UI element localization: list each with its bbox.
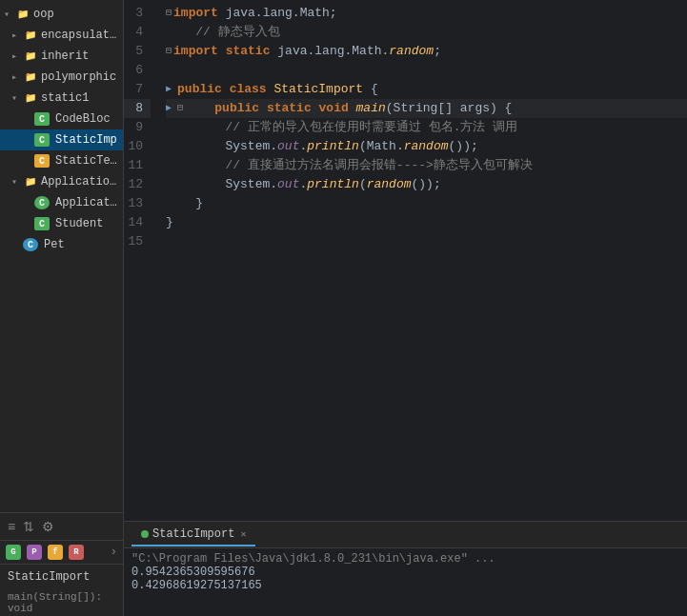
toolbar-settings-btn[interactable]: ⚙ xyxy=(40,517,56,536)
mth-random-10: random xyxy=(404,137,449,156)
student-label: Student xyxy=(55,217,103,230)
line-num-9: 9 xyxy=(124,118,151,137)
sidebar-item-statictest[interactable]: C StaticTest xyxy=(0,150,123,171)
sidebar-method-name: main(String[]): void xyxy=(8,591,102,614)
code-line-8: ▶ ⊟ public static void main ( String [] … xyxy=(166,99,687,118)
sidebar-toolbar: ≡ ⇅ ⚙ xyxy=(0,512,123,540)
fold-icon-8[interactable]: ⊟ xyxy=(177,99,183,118)
kw-public-7: public xyxy=(177,80,222,99)
oop-label: oop xyxy=(33,8,54,21)
encapsulatic-arrow: ▸ xyxy=(11,30,23,41)
sidebar-item-polymorphic[interactable]: ▸ 📁 polymorphic xyxy=(0,67,123,88)
code-line-3: ⊟ import java.lang.Math; xyxy=(166,4,687,23)
sidebar-item-inherit[interactable]: ▸ 📁 inherit xyxy=(0,46,123,67)
code-line-5: ⊟ import static java.lang.Math.random; xyxy=(166,42,687,61)
line-num-5: 5 xyxy=(124,42,151,61)
out-10: out xyxy=(277,137,299,156)
code-area: 3 4 5 6 7 8 9 10 11 12 13 14 15 xyxy=(124,0,687,521)
bottom-icon-g[interactable]: G xyxy=(6,545,21,560)
code-line-6 xyxy=(166,61,687,80)
toolbar-sort-btn[interactable]: ⇅ xyxy=(21,517,36,536)
statictest-label: StaticTest xyxy=(55,154,119,168)
pet-label: Pet xyxy=(44,238,65,251)
line-num-8: 8 xyxy=(124,99,151,118)
code-line-10: System . out . println ( Math . random (… xyxy=(166,137,687,156)
fold-icon-3[interactable]: ⊟ xyxy=(166,4,172,23)
sidebar-item-oop[interactable]: ▾ 📁 oop xyxy=(0,4,123,25)
sidebar-tree: ▾ 📁 oop ▸ 📁 encapsulatic ▸ 📁 inherit ▸ 📁… xyxy=(0,0,123,512)
sidebar-item-pet[interactable]: C Pet xyxy=(0,234,123,255)
toolbar-list-btn[interactable]: ≡ xyxy=(6,517,17,536)
sidebar-item-encapsulatic[interactable]: ▸ 📁 encapsulatic xyxy=(0,25,123,46)
out-12: out xyxy=(277,175,299,194)
line-num-12: 12 xyxy=(124,175,151,194)
mth-random-5: random xyxy=(389,42,434,61)
static1-arrow: ▾ xyxy=(11,92,23,104)
application-icon: C xyxy=(34,196,50,209)
kw-class-7: class xyxy=(230,80,267,99)
comment-9: // 正常的导入包在使用时需要通过 包名.方法 调用 xyxy=(225,118,517,137)
kw-void-8: void xyxy=(319,99,349,118)
polymorphic-label: polymorphic xyxy=(41,70,116,84)
typ-system-12: System xyxy=(225,175,270,194)
code-line-13: } xyxy=(166,194,687,213)
pkg-5: java.lang.Math. xyxy=(277,42,389,61)
polymorphic-folder-icon: 📁 xyxy=(23,70,38,84)
inherit-arrow: ▸ xyxy=(11,50,23,62)
line-num-7: 7 xyxy=(124,80,151,99)
encapsulatic-label: encapsulatic xyxy=(41,29,119,42)
applicationj-arrow: ▾ xyxy=(11,176,23,188)
terminal: StaticImport ✕ "C:\Program Files\Java\jd… xyxy=(124,521,687,616)
code-editor: 3 4 5 6 7 8 9 10 11 12 13 14 15 xyxy=(124,0,687,521)
inherit-folder-icon: 📁 xyxy=(23,50,38,63)
fold-icon-5[interactable]: ⊟ xyxy=(166,42,172,61)
static1-label: static1 xyxy=(41,91,89,105)
application-label: Applicatio xyxy=(55,196,119,209)
main-area: ▾ 📁 oop ▸ 📁 encapsulatic ▸ 📁 inherit ▸ 📁… xyxy=(0,0,687,616)
line-num-6: 6 xyxy=(124,61,151,80)
applicationj-folder-icon: 📁 xyxy=(23,175,38,189)
mth-println-12: println xyxy=(307,175,359,194)
staticimp-icon: C xyxy=(34,133,50,147)
code-line-12: System . out . println ( random ()); xyxy=(166,175,687,194)
line-numbers: 3 4 5 6 7 8 9 10 11 12 13 14 15 xyxy=(124,4,158,517)
kw-static-5: static xyxy=(226,42,271,61)
terminal-tab-close[interactable]: ✕ xyxy=(240,528,246,540)
bottom-icon-f[interactable]: f xyxy=(48,545,63,560)
terminal-status-dot xyxy=(141,530,149,538)
code-line-14: } xyxy=(166,213,687,232)
bottom-icon-r[interactable]: R xyxy=(69,545,84,560)
sidebar-item-codebloc[interactable]: C CodeBloc xyxy=(0,109,123,129)
mth-random-12: random xyxy=(367,175,412,194)
line-num-13: 13 xyxy=(124,194,151,213)
kw-import-5: import xyxy=(173,42,218,61)
cls-staticimport: StaticImport xyxy=(273,80,363,99)
arrow-8: ▶ xyxy=(166,99,177,118)
terminal-tab-label: StaticImport xyxy=(152,527,234,541)
line-num-3: 3 xyxy=(124,4,151,23)
bottom-icon-p[interactable]: P xyxy=(27,545,42,560)
oop-arrow: ▾ xyxy=(4,9,15,20)
sidebar-item-applicationj[interactable]: ▾ 📁 ApplicationJ. xyxy=(0,171,123,192)
typ-string: String xyxy=(394,99,438,118)
terminal-tab-staticimport[interactable]: StaticImport ✕ xyxy=(131,524,255,546)
terminal-content: "C:\Program Files\Java\jdk1.8.0_231\bin\… xyxy=(124,548,687,616)
typ-system-10: System xyxy=(225,137,270,156)
sidebar-class-info: StaticImport xyxy=(0,564,123,589)
student-icon: C xyxy=(34,217,50,230)
polymorphic-arrow: ▸ xyxy=(11,71,23,83)
sidebar-item-staticimp[interactable]: C StaticImp xyxy=(0,129,123,150)
mth-main: main xyxy=(356,99,386,118)
pkg-3: java.lang.Math; xyxy=(226,4,337,23)
inherit-label: inherit xyxy=(41,50,89,63)
kw-public-8: public xyxy=(214,99,259,118)
code-line-15 xyxy=(166,232,687,251)
sidebar-item-student[interactable]: C Student xyxy=(0,213,123,234)
code-lines[interactable]: ⊟ import java.lang.Math; // 静态导入包 ⊟ impo… xyxy=(158,4,687,517)
oop-folder-icon: 📁 xyxy=(15,8,30,21)
sidebar-item-application[interactable]: C Applicatio xyxy=(0,192,123,213)
sidebar-item-static1[interactable]: ▾ 📁 static1 xyxy=(0,88,123,109)
terminal-command: "C:\Program Files\Java\jdk1.8.0_231\bin\… xyxy=(131,552,679,566)
sidebar-expand-icon[interactable]: › xyxy=(111,546,117,559)
arrow-7: ▶ xyxy=(166,80,177,99)
